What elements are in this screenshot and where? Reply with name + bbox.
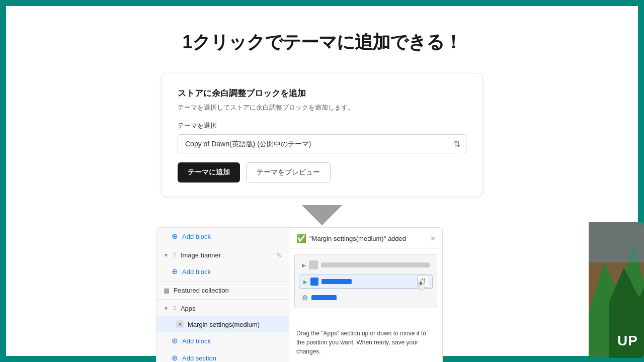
preview-gray-line [321,262,430,267]
theme-label: テーマを選択 [178,121,466,130]
theme-select[interactable]: Copy of Dawn(英語版) (公開中のテーマ) [178,134,466,153]
preview-gray-block [309,260,318,269]
chevron-icon-banner: ▼ [164,252,169,258]
x-icon-margin: ✕ [176,320,184,328]
notification-left: ✅ "Margin settings(medium)" added [296,234,406,243]
preview-arrow-icon: ▶ [302,262,306,268]
separator-3 [156,299,289,300]
svg-rect-3 [589,222,644,262]
add-to-theme-button[interactable]: テーマに追加 [178,162,240,183]
landscape-area: UP [589,222,644,358]
preview-inner-row: ▶ ⠿ [299,275,433,289]
margin-settings-item[interactable]: ✕ Margin settings(medium) [156,316,289,332]
bottom-section: ⊕ Add block ▼ ⠿ Image banner ✎ ⊕ Add blo… [156,227,488,362]
card-description: テーマを選択してストアに余白調整ブロックを追加します。 [178,103,466,112]
preview-blue-block [310,278,318,286]
plus-icon-section: ⊕ [172,353,178,362]
page-title: 1クリックでテーマに追加できる！ [182,30,461,55]
card-button-row: テーマに追加 テーマをプレビュー [178,162,466,183]
chevron-icon-apps: ▼ [164,306,169,311]
add-section-item[interactable]: ⊕ Add section [156,349,289,362]
drag-icon-banner: ⠿ [173,252,177,258]
apps-section[interactable]: ▼ ⠿ Apps [156,301,289,316]
add-block-top-item[interactable]: ⊕ Add block [156,228,289,245]
theme-select-wrapper: Copy of Dawn(英語版) (公開中のテーマ) ⇅ [178,134,466,153]
notification-bar: ✅ "Margin settings(medium)" added × [289,228,442,249]
top-border [0,0,644,6]
preview-add-icon: ⊕ [302,293,308,302]
featured-collection-section[interactable]: ▦ Featured collection [156,283,289,298]
theme-editor-panel: ⊕ Add block ▼ ⠿ Image banner ✎ ⊕ Add blo… [156,227,289,362]
plus-icon-top: ⊕ [172,232,178,241]
image-banner-section[interactable]: ▼ ⠿ Image banner ✎ [156,247,289,263]
plus-icon-banner: ⊕ [172,267,178,276]
watermark-text: UP [617,333,638,349]
preview-inner-arrow: ▶ [303,279,307,285]
notification-panel: ✅ "Margin settings(medium)" added × ▶ [289,227,443,362]
drag-icon-apps: ⠿ [173,305,177,312]
check-icon: ✅ [296,234,306,243]
edit-icon-banner: ✎ [276,251,282,259]
preview-theme-button[interactable]: テーマをプレビュー [246,162,331,183]
add-block-banner-item[interactable]: ⊕ Add block [156,263,289,280]
arrow-down-indicator [302,205,342,225]
separator-2 [156,281,289,282]
close-notification-button[interactable]: × [431,235,435,243]
preview-blue-line [321,279,352,284]
separator-1 [156,246,289,246]
card-title: ストアに余白調整ブロックを追加 [178,87,466,99]
preview-area: ▶ ▶ ⠿ ⊕ [289,249,442,324]
grid-icon: ▦ [164,287,170,294]
preview-top-row: ▶ [299,258,433,272]
cursor: 🖱️ [415,279,427,291]
add-block-card: ストアに余白調整ブロックを追加 テーマを選択してストアに余白調整ブロックを追加し… [161,73,483,197]
main-content: 1クリックでテーマに追加できる！ ストアに余白調整ブロックを追加 テーマを選択し… [6,6,638,356]
preview-add-line [311,295,337,300]
tooltip-description: Drag the "Apps" section up or down to mo… [289,324,442,361]
left-border [0,0,6,362]
add-block-apps-item[interactable]: ⊕ Add block [156,332,289,349]
plus-icon-apps: ⊕ [172,336,178,345]
notification-message: "Margin settings(medium)" added [309,235,406,242]
preview-add-row: ⊕ [299,292,433,304]
